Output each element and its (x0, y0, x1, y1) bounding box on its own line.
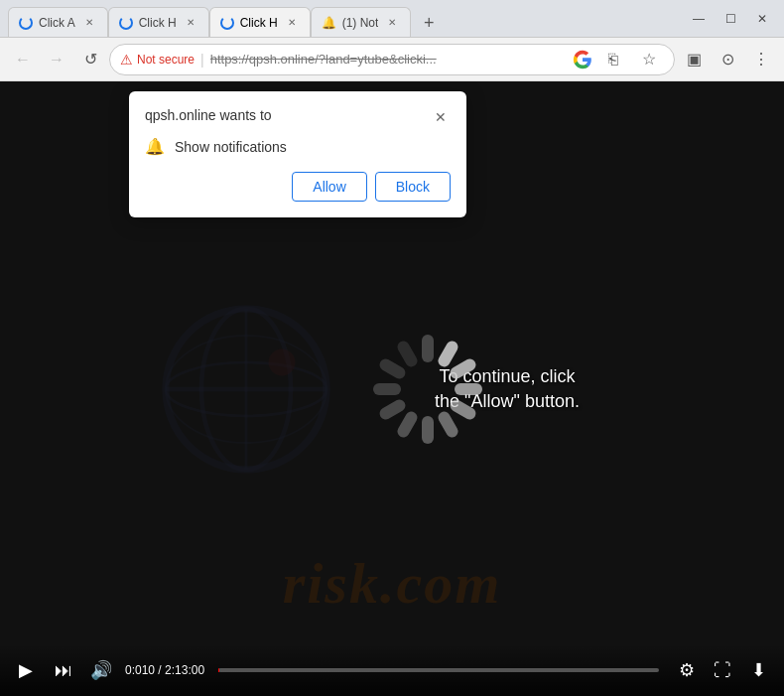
security-label: Not secure (137, 53, 195, 67)
svg-rect-18 (395, 339, 419, 368)
svg-rect-8 (436, 339, 459, 368)
tab4-close-icon[interactable]: ✕ (384, 15, 400, 31)
settings-button[interactable]: ⚙ (673, 656, 701, 684)
tab2-close-icon[interactable]: ✕ (183, 15, 198, 31)
reload-icon: ↺ (84, 50, 97, 69)
volume-icon: 🔊 (90, 659, 112, 681)
fullscreen-icon: ⛶ (714, 660, 731, 681)
forward-button[interactable]: → (42, 45, 71, 74)
block-button[interactable]: Block (375, 172, 451, 202)
share-icon: ⎗ (608, 51, 618, 69)
globe-watermark-icon (157, 300, 335, 479)
play-icon: ▶ (19, 659, 33, 681)
tab3-close-icon[interactable]: ✕ (284, 15, 300, 31)
svg-rect-7 (422, 335, 434, 362)
minimize-button[interactable]: — (685, 5, 713, 33)
sidebar-icon: ▣ (687, 50, 702, 69)
warning-triangle-icon: ⚠ (120, 52, 133, 68)
notification-bell-icon: 🔔 (145, 137, 165, 156)
progress-bar[interactable] (218, 668, 659, 672)
loading-spinner-container: To continue, click the "Allow" button. (368, 330, 487, 449)
video-controls: ▶ ⏭ 🔊 0:010 / 2:13:00 ⚙ ⛶ ⬇ (0, 644, 784, 696)
url-display: https://qpsh.online/?land=ytube&clicki..… (210, 52, 567, 67)
tab-2[interactable]: Click H ✕ (108, 7, 209, 37)
svg-rect-14 (395, 409, 419, 439)
tab1-close-icon[interactable]: ✕ (81, 15, 97, 31)
svg-rect-11 (448, 397, 477, 421)
title-bar: Click A ✕ Click H ✕ Click H ✕ 🔔 (1) Not … (0, 0, 784, 38)
play-button[interactable]: ▶ (12, 656, 40, 684)
maximize-button[interactable]: ☐ (717, 5, 744, 33)
tab4-label: (1) Not (342, 16, 379, 30)
forward-icon: → (49, 51, 65, 69)
popup-title: qpsh.online wants to (145, 107, 272, 123)
right-controls: ⚙ ⛶ ⬇ (673, 656, 772, 684)
close-button[interactable]: ✕ (748, 5, 776, 33)
allow-button[interactable]: Allow (292, 172, 366, 202)
tab3-label: Click H (240, 16, 278, 30)
tab1-favicon-icon (19, 16, 33, 30)
menu-button[interactable]: ⋮ (746, 45, 776, 74)
tab-3[interactable]: Click H ✕ (209, 7, 311, 37)
popup-header: qpsh.online wants to ✕ (145, 107, 451, 127)
watermark-text: risk.com (0, 550, 784, 617)
notification-label: Show notifications (175, 139, 287, 155)
browser-window: Click A ✕ Click H ✕ Click H ✕ 🔔 (1) Not … (0, 0, 784, 696)
new-tab-button[interactable]: + (415, 9, 443, 37)
skip-icon: ⏭ (55, 660, 72, 681)
svg-rect-12 (436, 409, 459, 439)
tab2-label: Click H (139, 16, 177, 30)
tab-1[interactable]: Click A ✕ (8, 7, 108, 37)
content-area: To continue, click the "Allow" button. (0, 81, 784, 696)
profile-icon: ⊙ (721, 50, 734, 69)
settings-icon: ⚙ (679, 659, 695, 681)
volume-button[interactable]: 🔊 (87, 656, 115, 684)
svg-rect-9 (448, 356, 477, 380)
svg-rect-15 (377, 397, 407, 421)
tab4-bell-icon: 🔔 (322, 16, 336, 30)
share-button[interactable]: ⎗ (598, 45, 628, 74)
svg-rect-13 (422, 416, 434, 444)
popup-close-button[interactable]: ✕ (431, 107, 451, 127)
sidebar-toggle-button[interactable]: ▣ (679, 45, 709, 74)
notification-popup: qpsh.online wants to ✕ 🔔 Show notificati… (129, 91, 466, 217)
bookmark-button[interactable]: ☆ (634, 45, 664, 74)
google-search-icon (573, 50, 592, 70)
security-warning: ⚠ Not secure (120, 52, 195, 68)
svg-point-6 (269, 348, 296, 375)
skip-button[interactable]: ⏭ (50, 656, 77, 684)
svg-rect-10 (455, 383, 482, 395)
download-icon: ⬇ (751, 659, 766, 681)
time-display: 0:010 / 2:13:00 (125, 663, 204, 677)
download-button[interactable]: ⬇ (744, 656, 772, 684)
tabs-area: Click A ✕ Click H ✕ Click H ✕ 🔔 (1) Not … (8, 0, 677, 37)
popup-notification-row: 🔔 Show notifications (145, 137, 451, 156)
address-separator: | (200, 52, 204, 68)
kebab-menu-icon: ⋮ (753, 50, 769, 69)
tab1-label: Click A (39, 16, 75, 30)
reload-button[interactable]: ↺ (75, 45, 105, 74)
new-tab-icon: + (424, 13, 435, 34)
loading-spinner (368, 330, 487, 449)
profile-button[interactable]: ⊙ (713, 45, 742, 74)
back-icon: ← (15, 51, 31, 69)
fullscreen-button[interactable]: ⛶ (709, 656, 736, 684)
toolbar: ← → ↺ ⚠ Not secure | https://qpsh.online… (0, 38, 784, 81)
svg-rect-16 (373, 383, 401, 395)
back-button[interactable]: ← (8, 45, 38, 74)
address-bar[interactable]: ⚠ Not secure | https://qpsh.online/?land… (109, 44, 675, 75)
tab2-favicon-icon (119, 16, 133, 30)
popup-buttons: Allow Block (145, 172, 451, 202)
svg-rect-17 (377, 356, 407, 380)
tab-4[interactable]: 🔔 (1) Not ✕ (311, 7, 412, 37)
tab3-favicon-icon (220, 16, 234, 30)
window-controls: — ☐ ✕ (685, 5, 776, 33)
star-icon: ☆ (642, 50, 656, 69)
